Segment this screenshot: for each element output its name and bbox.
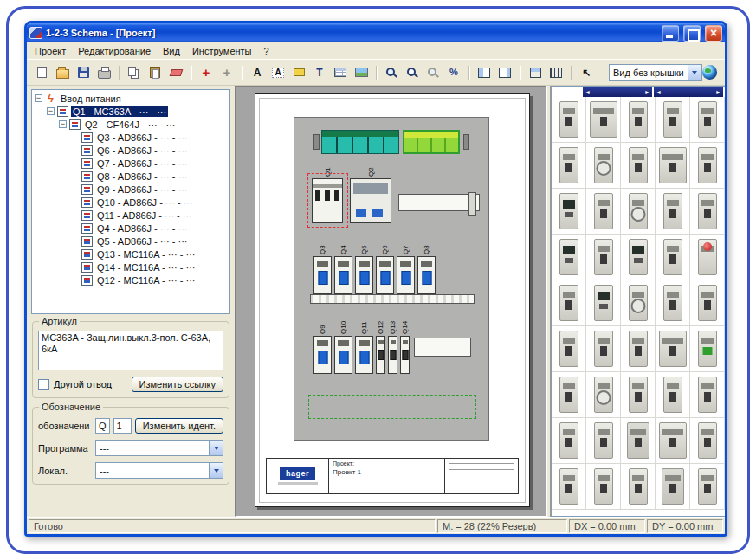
new-button[interactable] xyxy=(31,62,52,82)
arrow-left-icon[interactable]: ◄ xyxy=(656,89,662,95)
catalog-item[interactable] xyxy=(656,143,690,189)
tree-item[interactable]: − Q1 - MC363A - ··· - ··· xyxy=(32,105,229,118)
catalog-item[interactable] xyxy=(552,189,586,235)
breaker-device[interactable] xyxy=(355,336,373,374)
arrow-right-icon[interactable]: ► xyxy=(644,89,650,95)
arrow-right-icon[interactable]: ► xyxy=(715,89,721,95)
breaker-unit[interactable]: Q10 xyxy=(334,319,352,374)
label-button[interactable]: T xyxy=(309,62,330,82)
combo-dropdown-button[interactable] xyxy=(209,441,223,455)
catalog-item[interactable] xyxy=(552,418,586,464)
eraser-button[interactable] xyxy=(165,62,186,82)
change-link-button[interactable]: Изменить ссылку xyxy=(132,377,223,392)
catalog-item[interactable] xyxy=(690,235,725,280)
tree-expand-icon[interactable]: − xyxy=(35,94,42,102)
catalog-item[interactable] xyxy=(552,372,586,418)
panel-view-button[interactable] xyxy=(525,62,546,82)
breaker-device[interactable] xyxy=(397,256,415,294)
catalog-item[interactable] xyxy=(656,372,690,418)
breaker-device[interactable] xyxy=(388,336,397,374)
close-button[interactable] xyxy=(705,25,722,42)
tree-item[interactable]: Q3 - AD866J - ··· - ··· xyxy=(32,131,229,144)
project-tree[interactable]: − Ввод питания − Q1 - MC363A - ··· - ···… xyxy=(31,89,230,314)
catalog-item[interactable] xyxy=(552,143,586,189)
tree-item[interactable]: Q5 - AD866J - ··· - ··· xyxy=(32,235,229,248)
reserved-zone[interactable] xyxy=(308,395,476,419)
menu-item[interactable]: Вид xyxy=(157,44,186,58)
designation-prefix-input[interactable]: Q xyxy=(95,418,110,434)
designation-number-input[interactable]: 1 xyxy=(113,418,132,434)
panel-enclosure[interactable]: Q1 Q2 xyxy=(294,117,489,441)
breaker-device[interactable] xyxy=(334,256,352,294)
globe-icon[interactable] xyxy=(702,65,717,80)
device-q1[interactable]: Q1 xyxy=(312,161,343,223)
catalog-item[interactable] xyxy=(586,143,621,189)
insert-device-button[interactable]: + xyxy=(196,62,216,82)
text-button[interactable]: A xyxy=(247,62,268,82)
textframe-button[interactable]: A xyxy=(268,62,288,82)
catalog-item[interactable] xyxy=(656,418,690,464)
tree-item[interactable]: Q6 - AD866J - ··· - ··· xyxy=(32,144,229,157)
empty-din-rail[interactable] xyxy=(414,338,471,357)
menu-item[interactable]: Проект xyxy=(29,44,72,58)
catalog-item[interactable] xyxy=(586,235,621,280)
catalog-pager[interactable]: ◄ ► xyxy=(654,87,723,97)
breaker-unit[interactable]: Q4 xyxy=(334,239,352,294)
tree-expand-icon[interactable]: − xyxy=(47,107,55,115)
empty-din-rail[interactable] xyxy=(398,194,480,211)
tree-item[interactable]: − Ввод питания xyxy=(32,92,229,105)
tree-item[interactable]: Q9 - AD866J - ··· - ··· xyxy=(32,183,229,196)
catalog-item[interactable] xyxy=(656,280,690,326)
breaker-device[interactable] xyxy=(376,336,385,374)
breaker-device[interactable] xyxy=(417,256,436,294)
catalog-item[interactable] xyxy=(690,97,725,143)
maximize-button[interactable] xyxy=(683,25,701,42)
drawing-page[interactable]: Q1 Q2 xyxy=(255,93,530,507)
change-ident-button[interactable]: Изменить идент. xyxy=(135,418,223,434)
programma-combo[interactable]: --- xyxy=(95,440,223,456)
breaker-unit[interactable]: Q8 xyxy=(417,239,436,294)
catalog-item[interactable] xyxy=(621,143,656,189)
breaker-unit[interactable]: Q5 xyxy=(355,239,373,294)
breaker-unit[interactable]: Q13 xyxy=(388,319,397,374)
tree-item[interactable]: Q7 - AD866J - ··· - ··· xyxy=(32,157,229,170)
catalog-item[interactable] xyxy=(586,280,621,326)
catalog-item[interactable] xyxy=(690,326,725,372)
catalog-item[interactable] xyxy=(690,372,725,418)
catalog-item[interactable] xyxy=(656,235,690,280)
title-bar[interactable]: 1-2-3 Schema - [Проект] xyxy=(27,23,725,42)
pointer-button[interactable]: ↖ xyxy=(576,62,597,82)
combo-dropdown-button[interactable] xyxy=(209,463,223,478)
catalog-item[interactable] xyxy=(690,280,725,326)
catalog-item[interactable] xyxy=(690,464,725,510)
catalog-item[interactable] xyxy=(621,418,656,464)
device-q2[interactable]: Q2 xyxy=(350,161,391,223)
wiring-view-button[interactable] xyxy=(546,62,566,82)
breaker-device[interactable] xyxy=(400,336,410,374)
catalog-item[interactable] xyxy=(656,189,690,235)
catalog-item[interactable] xyxy=(621,464,656,510)
picture-button[interactable] xyxy=(351,62,372,82)
add-column-alt-button[interactable] xyxy=(494,62,515,82)
save-button[interactable] xyxy=(73,62,94,82)
catalog-item[interactable] xyxy=(656,464,690,510)
catalog-item[interactable] xyxy=(586,326,621,372)
catalog-item[interactable] xyxy=(621,372,656,418)
add-column-button[interactable] xyxy=(474,62,494,82)
contactor-device[interactable] xyxy=(350,178,391,223)
other-branch-checkbox[interactable] xyxy=(38,379,49,390)
catalog-item[interactable] xyxy=(586,97,621,143)
paste-button[interactable] xyxy=(145,62,165,82)
combo-dropdown-button[interactable] xyxy=(688,65,701,80)
catalog-item[interactable] xyxy=(621,97,656,143)
breaker-device[interactable] xyxy=(334,336,352,374)
catalog-item[interactable] xyxy=(690,143,725,189)
catalog-item[interactable] xyxy=(690,189,725,235)
catalog-item[interactable] xyxy=(621,326,656,372)
insert-device-alt-button[interactable]: + xyxy=(216,62,237,82)
menu-item[interactable]: Инструменты xyxy=(186,44,258,58)
breaker-device[interactable] xyxy=(376,256,394,294)
tree-expand-icon[interactable]: − xyxy=(59,120,67,128)
breaker-unit[interactable]: Q14 xyxy=(400,319,410,374)
zoom-out-button[interactable] xyxy=(423,62,443,82)
